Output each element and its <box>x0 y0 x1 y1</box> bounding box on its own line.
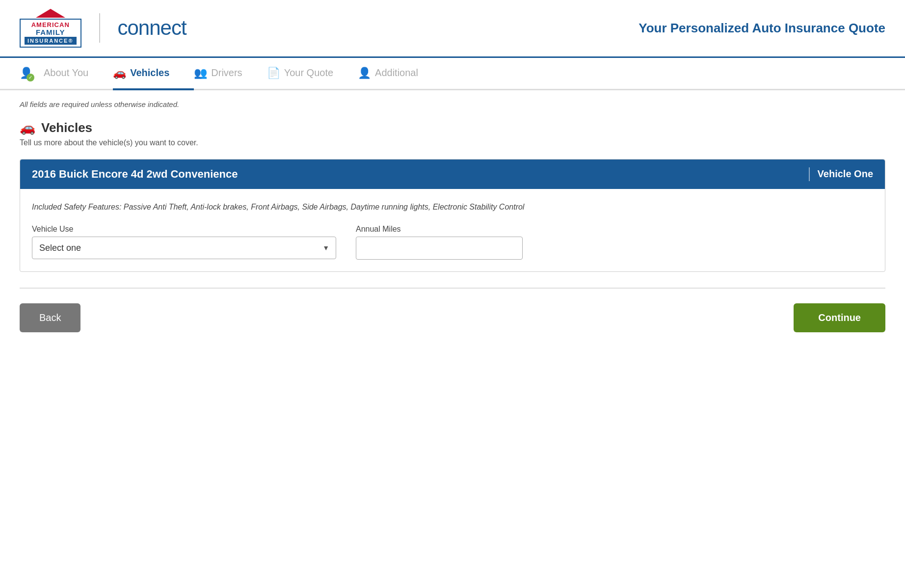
annual-miles-group: Annual Miles <box>356 225 523 260</box>
vehicle-card-header-right: Vehicle One <box>801 167 873 181</box>
button-row: Back Continue <box>20 303 885 332</box>
vehicles-icon: 🚗 <box>113 67 126 80</box>
form-row: Vehicle Use Select one Pleasure Commute … <box>32 225 873 260</box>
page-header: AMERICAN FAMILY INSURANCE® connect Your … <box>0 0 905 58</box>
main-content: All fields are required unless otherwise… <box>0 90 905 352</box>
annual-miles-label: Annual Miles <box>356 225 523 234</box>
vehicle-use-group: Vehicle Use Select one Pleasure Commute … <box>32 225 336 259</box>
connect-brand: connect <box>118 16 186 40</box>
additional-icon: 👤 <box>358 67 371 80</box>
logo-divider <box>99 13 100 43</box>
tab-drivers-label: Drivers <box>211 67 242 79</box>
vehicle-use-select[interactable]: Select one Pleasure Commute Business Far… <box>32 237 336 259</box>
tab-your-quote[interactable]: 📄 Your Quote <box>267 58 358 90</box>
logo-insurance: INSURANCE® <box>25 37 77 45</box>
header-tagline: Your Personalized Auto Insurance Quote <box>639 21 885 36</box>
tab-vehicles-label: Vehicles <box>130 67 169 79</box>
logo-box: AMERICAN FAMILY INSURANCE® <box>20 19 81 48</box>
vehicle-use-select-wrapper: Select one Pleasure Commute Business Far… <box>32 237 336 259</box>
tab-about-you-label: About You <box>44 67 88 79</box>
tab-about-you[interactable]: 👤 ✓ About You <box>20 58 113 90</box>
tab-your-quote-label: Your Quote <box>284 67 333 79</box>
logo-area: AMERICAN FAMILY INSURANCE® connect <box>20 9 186 48</box>
required-note: All fields are required unless otherwise… <box>20 100 885 108</box>
vehicle-card: 2016 Buick Encore 4d 2wd Convenience Veh… <box>20 159 885 272</box>
tab-additional-label: Additional <box>375 67 418 79</box>
tab-drivers[interactable]: 👥 Drivers <box>194 58 266 90</box>
bottom-divider <box>20 288 885 289</box>
vehicle-card-divider <box>809 167 810 181</box>
logo-roof-icon <box>36 9 65 18</box>
continue-button[interactable]: Continue <box>794 303 885 332</box>
nav-tabs: 👤 ✓ About You 🚗 Vehicles 👥 Drivers 📄 You… <box>0 58 905 90</box>
annual-miles-input[interactable] <box>356 237 523 260</box>
section-header: 🚗 Vehicles <box>20 120 885 135</box>
back-button[interactable]: Back <box>20 303 80 332</box>
vehicle-card-number: Vehicle One <box>818 168 873 180</box>
safety-features-text: Included Safety Features: Passive Anti T… <box>32 201 873 214</box>
vehicle-card-title: 2016 Buick Encore 4d 2wd Convenience <box>32 168 238 181</box>
tab-vehicles[interactable]: 🚗 Vehicles <box>113 58 194 90</box>
logo-family: FAMILY <box>36 28 65 37</box>
tab-additional[interactable]: 👤 Additional <box>358 58 443 90</box>
section-title: Vehicles <box>41 120 92 135</box>
vehicle-use-label: Vehicle Use <box>32 225 336 234</box>
vehicle-card-header: 2016 Buick Encore 4d 2wd Convenience Veh… <box>20 160 885 189</box>
drivers-icon: 👥 <box>194 67 207 80</box>
vehicle-card-body: Included Safety Features: Passive Anti T… <box>20 189 885 272</box>
quote-icon: 📄 <box>267 67 280 80</box>
completed-check-icon: ✓ <box>27 74 34 81</box>
section-subtitle: Tell us more about the vehicle(s) you wa… <box>20 138 885 147</box>
logo-american: AMERICAN <box>31 22 70 28</box>
section-car-icon: 🚗 <box>20 120 35 135</box>
